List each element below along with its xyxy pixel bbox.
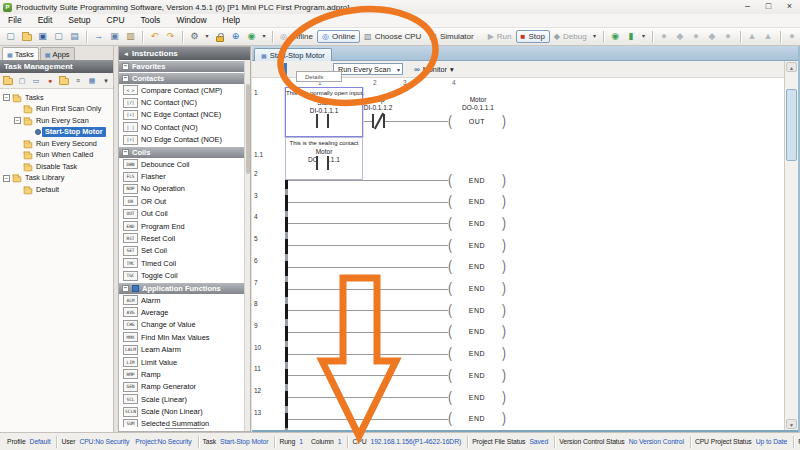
tool-icon-1[interactable]: ● [657,29,672,44]
instruction-scale-non-linear-[interactable]: SCLNScale (Non Linear) [119,405,244,417]
end-coil[interactable]: (END) [448,325,506,339]
instruction-change-of-value[interactable]: CHGChange of Value [119,319,244,331]
end-coil[interactable]: (END) [448,216,506,230]
undo-icon[interactable]: ↶ [147,29,162,44]
data-view-icon[interactable]: ◉ [244,29,259,44]
tab-apps[interactable]: ▦ Apps [40,47,75,60]
choose-cpu-button[interactable]: ▧ Choose CPU [360,31,425,42]
instruction-no-contact-no-[interactable]: | |NO Contact (NO) [119,121,244,133]
section-header-favorites[interactable]: −Favorites [119,61,244,72]
paste-icon[interactable]: ▥ [123,29,138,44]
section-header-application-functions[interactable]: −Application Functions [119,283,244,294]
tree-item-run-every-scan[interactable]: −Run Every Scan [0,115,113,127]
monitor-values-icon[interactable]: ◉ [608,29,623,44]
collapse-section-icon[interactable]: − [122,149,129,156]
instruction-limit-value[interactable]: LIMLimit Value [119,356,244,368]
apps-view-icon[interactable]: ▦ [86,74,98,87]
delete-item-icon[interactable]: ● [44,74,56,87]
dropdown-arrow-icon[interactable]: ▾ [591,29,599,44]
force-values-icon[interactable]: ▮ [624,29,639,44]
new-item-icon[interactable]: ▢ [16,74,28,87]
tree-expander-icon[interactable]: − [3,94,10,101]
debug-button[interactable]: ◆ Debug [550,31,591,42]
new-file-icon[interactable]: ▢ [3,29,18,44]
tool-icon-6[interactable]: ▲ [745,29,760,44]
rung-number[interactable]: 3 [254,192,258,199]
instruction-compare-contact-cmp-[interactable]: < >Compare Contact (CMP) [119,84,244,96]
instruction-scale-linear-[interactable]: SCLScale (Linear) [119,393,244,405]
tree-item-default[interactable]: Default [0,184,113,196]
panel-resize-handle[interactable] [165,428,204,429]
save-as-icon[interactable]: ▢ [51,29,66,44]
tree-expander-icon[interactable]: − [3,175,10,182]
scrollbar-thumb[interactable] [246,84,250,174]
instruction-ramp-generator[interactable]: GENRamp Generator [119,381,244,393]
rung-number[interactable]: 10 [254,344,261,351]
simulator-button[interactable]: ▨ Simulator [425,31,477,42]
dropdown-arrow-icon[interactable]: ▾ [260,29,268,44]
instruction-nc-edge-contact-nce-[interactable]: |↓|NC Edge Contact (NCE) [119,109,244,121]
rung-number[interactable]: 1 [254,89,258,96]
scan-mode-select[interactable]: Run Every Scan ▾ [333,63,403,75]
rung-number[interactable]: 2 [254,170,258,177]
redo-icon[interactable]: ↷ [163,29,178,44]
section-header-contacts[interactable]: −Contacts [119,73,244,84]
end-coil[interactable]: (END) [448,368,506,382]
tree-item-run-every-second[interactable]: Run Every Second [0,138,113,150]
tool-icon-7[interactable]: ▲ [761,29,776,44]
menu-setup[interactable]: Setup [60,14,98,27]
offline-button[interactable]: ◎ Offline [276,31,317,42]
ladder-canvas[interactable]: 1 1.1 This is a normally open input. Sta… [252,87,784,430]
end-coil[interactable]: (END) [448,347,506,361]
print-icon[interactable]: ▤ [67,29,82,44]
run-button[interactable]: ▶ Run [484,31,516,42]
rung-number[interactable]: 8 [254,300,258,307]
hardware-config-icon[interactable]: ⚙ [187,29,202,44]
instruction-no-operation[interactable]: NOPNo Operation [119,183,244,195]
online-button[interactable]: ◎ Online [317,30,360,43]
scroll-up-icon[interactable]: ▲ [786,62,797,72]
dropdown-arrow-icon[interactable]: ▾ [640,29,648,44]
maximize-button[interactable]: □ [762,0,775,13]
instruction-flasher[interactable]: FLSFlasher [119,170,244,182]
open-file-icon[interactable] [19,29,34,44]
tab-start-stop-motor[interactable]: ▦ Start-Stop Motor [254,48,332,61]
menu-tools[interactable]: Tools [133,14,169,27]
import-icon[interactable]: → [91,29,106,44]
rung-number[interactable]: 13 [254,409,261,416]
branch-number[interactable]: 1.1 [254,151,263,158]
instruction-program-end[interactable]: ENDProgram End [119,220,244,232]
minimize-button[interactable]: – [741,0,754,13]
dropdown-arrow-icon[interactable]: ▾ [100,74,112,87]
instructions-header[interactable]: ◄ Instructions [119,47,250,60]
end-coil[interactable]: (END) [448,260,506,274]
fit-screen-icon[interactable]: ⊕ [228,29,243,44]
tool-icon-2[interactable]: ◆ [673,29,688,44]
rung-number[interactable]: 6 [254,257,258,264]
end-coil[interactable]: (END) [448,173,506,187]
instruction-nc-contact-nc-[interactable]: |/|NC Contact (NC) [119,96,244,108]
instruction-learn-alarm[interactable]: LALMLearn Alarm [119,343,244,355]
instruction-timed-coil[interactable]: TMCTimed Coil [119,257,244,269]
instruction-out-coil[interactable]: OUTOut Coil [119,208,244,220]
scroll-down-icon[interactable]: ▼ [786,419,797,429]
no-contact-start[interactable] [316,114,329,128]
instruction-debounce-coil[interactable]: DBNDebounce Coil [119,158,244,170]
instructions-scrollbar[interactable] [244,60,250,431]
out-coil[interactable]: ( OUT ) [448,114,506,128]
rung-number[interactable]: 7 [254,279,258,286]
instruction-ramp[interactable]: RMPRamp [119,368,244,380]
vertical-scrollbar[interactable]: ▲ ▼ [784,61,798,430]
instruction-find-min-max-values[interactable]: MMXFind Min Max Values [119,331,244,343]
folders-icon[interactable] [58,74,70,87]
tool-icon-4[interactable]: ◆ [705,29,720,44]
end-coil[interactable]: (END) [448,412,506,426]
sort-icon[interactable]: ≡ [72,74,84,87]
scrollbar-thumb[interactable] [786,89,797,161]
tree-item-run-when-called[interactable]: Run When Called [0,150,113,162]
menu-help[interactable]: Help [215,14,248,27]
rung-number[interactable]: 4 [254,213,258,220]
instruction-or-out[interactable]: OROR Out [119,195,244,207]
menu-cpu[interactable]: CPU [99,14,133,27]
tree-item-tasks[interactable]: −Tasks [0,92,113,104]
